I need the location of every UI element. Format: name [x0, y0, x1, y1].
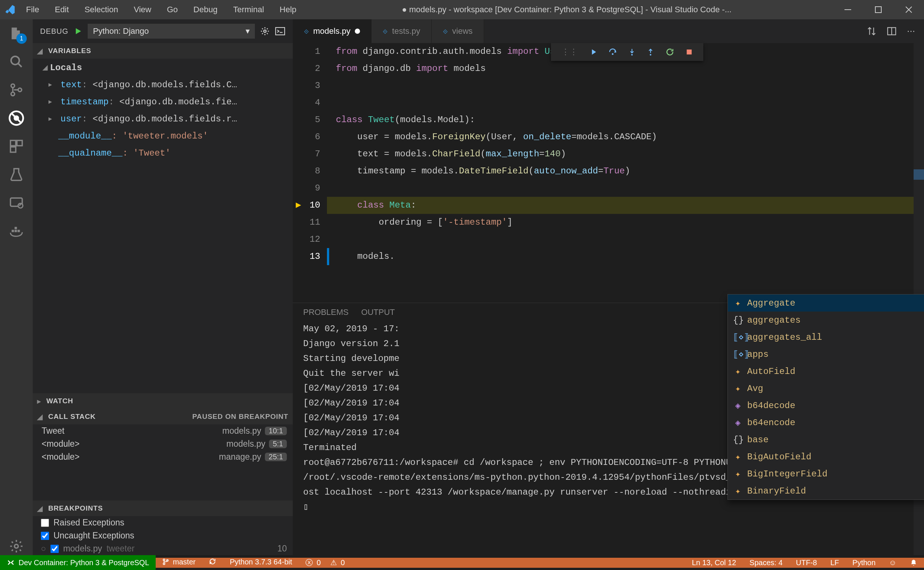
suggest-item[interactable]: ✦BigAutoField — [728, 448, 924, 465]
git-branch-icon — [162, 558, 169, 565]
source-control-icon[interactable] — [8, 81, 25, 99]
callstack-header[interactable]: ◢CALL STACKPAUSED ON BREAKPOINT — [33, 409, 293, 424]
suggest-kind-icon: ✦ — [733, 383, 743, 394]
drag-handle-icon[interactable]: ⋮⋮ — [562, 47, 578, 57]
menu-debug[interactable]: Debug — [189, 3, 222, 16]
debug-floating-toolbar[interactable]: ⋮⋮ — [551, 43, 703, 61]
debug-icon[interactable] — [8, 109, 25, 127]
suggest-item[interactable]: ✦BinaryField — [728, 483, 924, 500]
language-mode[interactable]: Python — [846, 558, 882, 568]
breakpoint-checkbox[interactable] — [41, 519, 49, 527]
svg-point-3 — [11, 84, 15, 87]
tab-models[interactable]: ⟐ models.py — [293, 19, 371, 43]
debug-toolbar: DEBUG Python: Django ▾ — [33, 19, 293, 43]
gear-icon[interactable] — [260, 26, 270, 36]
callstack-row[interactable]: <module>models.py5:1 — [33, 437, 293, 450]
compare-icon[interactable] — [867, 26, 876, 36]
remote-explorer-icon[interactable] — [8, 194, 25, 211]
svg-point-7 — [14, 115, 19, 121]
menu-file[interactable]: File — [21, 3, 43, 16]
eol[interactable]: LF — [824, 558, 846, 568]
gutter[interactable]: 1234 5678 9 10▶ 111213 — [293, 43, 327, 303]
cursor-position[interactable]: Ln 13, Col 12 — [685, 558, 743, 568]
debug-config-select[interactable]: Python: Django ▾ — [87, 24, 255, 38]
maximize-button[interactable] — [863, 0, 893, 19]
suggest-item[interactable]: {}aggregates — [728, 311, 924, 329]
continue-icon[interactable] — [589, 48, 597, 56]
svg-rect-10 — [11, 147, 15, 152]
suggest-kind-icon: ◈ — [733, 417, 743, 428]
status-bar: Dev Container: Python 3 & PostgreSQL mas… — [0, 555, 924, 570]
remote-indicator[interactable]: Dev Container: Python 3 & PostgreSQL — [0, 555, 156, 570]
locals-header[interactable]: Locals — [50, 63, 82, 73]
svg-rect-15 — [17, 230, 20, 232]
search-icon[interactable] — [8, 53, 25, 70]
suggest-item[interactable]: ✦AutoField — [728, 363, 924, 380]
close-button[interactable] — [893, 0, 924, 19]
variable-row[interactable]: __qualname__: 'Tweet' — [42, 145, 293, 162]
suggest-item[interactable]: ◈b64encode — [728, 414, 924, 431]
watch-header[interactable]: ▸WATCH — [33, 393, 293, 409]
breakpoint-dot-icon: ○ — [41, 544, 46, 554]
problems-indicator[interactable]: ⓧ0 ⚠0 — [299, 558, 351, 568]
indentation[interactable]: Spaces: 4 — [743, 558, 789, 568]
panel-tab-output[interactable]: OUTPUT — [361, 308, 394, 317]
step-into-icon[interactable] — [628, 48, 636, 57]
python-interpreter[interactable]: Python 3.7.3 64-bit — [223, 558, 299, 566]
encoding[interactable]: UTF-8 — [789, 558, 824, 568]
extensions-icon[interactable] — [8, 137, 25, 155]
suggest-item[interactable]: ✦Avg — [728, 380, 924, 397]
sync-button[interactable] — [202, 558, 223, 565]
panel-tab-problems[interactable]: PROBLEMS — [303, 308, 348, 317]
breakpoint-row[interactable]: Raised Exceptions — [33, 516, 293, 529]
variable-row[interactable]: ▸ user: <django.db.models.fields.r… — [42, 111, 293, 128]
start-debug-icon[interactable] — [74, 27, 83, 36]
more-icon[interactable]: ⋯ — [907, 26, 915, 36]
menu-selection[interactable]: Selection — [80, 3, 123, 16]
settings-icon[interactable] — [8, 537, 25, 555]
breakpoint-file-row[interactable]: ○ models.py tweeter 10 — [33, 542, 293, 555]
menu-terminal[interactable]: Terminal — [229, 3, 268, 16]
debug-console-icon[interactable] — [275, 27, 285, 35]
variable-row[interactable]: ▸ timestamp: <django.db.models.fie… — [42, 93, 293, 111]
variables-header[interactable]: ◢VARIABLES — [33, 43, 293, 59]
feedback-icon[interactable]: ☺ — [883, 558, 903, 568]
error-icon: ⓧ — [305, 558, 313, 568]
breakpoint-row[interactable]: Uncaught Exceptions — [33, 529, 293, 542]
tab-tests[interactable]: ⟐ tests.py — [371, 19, 432, 43]
step-over-icon[interactable] — [608, 48, 617, 56]
suggest-item[interactable]: ⟦⋄⟧aggregates_all — [728, 329, 924, 346]
suggest-item[interactable]: ⟦⋄⟧apps — [728, 346, 924, 363]
test-icon[interactable] — [8, 165, 25, 184]
docker-icon[interactable] — [8, 222, 25, 240]
suggest-widget[interactable]: ✦Aggregateⓘ{}aggregates⟦⋄⟧aggregates_all… — [728, 294, 924, 500]
restart-icon[interactable] — [665, 48, 674, 57]
breakpoints-header[interactable]: ◢BREAKPOINTS — [33, 501, 293, 516]
callstack-row[interactable]: Tweetmodels.py10:1 — [33, 424, 293, 437]
code-content[interactable]: from django.contrib.auth.models import U… — [327, 43, 924, 303]
step-out-icon[interactable] — [647, 48, 654, 57]
python-file-icon: ⟐ — [383, 26, 387, 36]
git-branch[interactable]: master — [156, 558, 202, 566]
menu-edit[interactable]: Edit — [50, 3, 73, 16]
menu-help[interactable]: Help — [275, 3, 301, 16]
callstack-row[interactable]: <module>manage.py25:1 — [33, 450, 293, 463]
menu-go[interactable]: Go — [162, 3, 182, 16]
suggest-item[interactable]: ◈b64decode — [728, 397, 924, 414]
suggest-kind-icon: ✦ — [733, 366, 743, 377]
explorer-icon[interactable]: 1 — [8, 25, 25, 42]
menu-view[interactable]: View — [129, 3, 156, 16]
suggest-item[interactable]: {}base — [728, 431, 924, 448]
variable-row[interactable]: ▸ text: <django.db.models.fields.C… — [42, 77, 293, 93]
split-editor-icon[interactable] — [887, 26, 896, 36]
tab-views[interactable]: ⟐ views — [432, 19, 484, 43]
breakpoint-checkbox[interactable] — [51, 545, 59, 553]
code-editor[interactable]: 1234 5678 9 10▶ 111213 from django.contr… — [293, 43, 924, 303]
breakpoint-checkbox[interactable] — [41, 532, 49, 540]
notifications-icon[interactable] — [903, 558, 924, 568]
stop-icon[interactable] — [686, 48, 693, 56]
minimize-button[interactable] — [833, 0, 863, 19]
suggest-item[interactable]: ✦Aggregateⓘ — [728, 294, 924, 311]
variable-row[interactable]: __module__: 'tweeter.models' — [42, 128, 293, 145]
suggest-item[interactable]: ✦BigIntegerField — [728, 465, 924, 483]
